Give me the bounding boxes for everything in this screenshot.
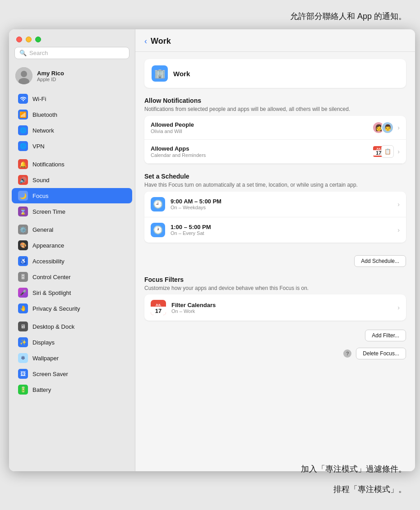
tooltip-bottom2-text: 排程「專注模式」。 bbox=[333, 485, 406, 494]
allowed-apps-sub: Calendar and Reminders bbox=[151, 152, 372, 158]
help-button[interactable]: ? bbox=[343, 349, 351, 358]
battery-icon: 🔋 bbox=[18, 385, 28, 395]
sidebar-item-wallpaper[interactable]: ❄ Wallpaper bbox=[12, 350, 132, 366]
allowed-apps-row[interactable]: Allowed Apps Calendar and Reminders JUL … bbox=[144, 140, 406, 164]
cal-month: JUL bbox=[151, 303, 166, 307]
sidebar-section-network: Wi-Fi 📶 Bluetooth 🌐 Network 🌐 VP bbox=[9, 91, 135, 154]
filter-calendars-row[interactable]: JUL 17 Filter Calendars On – Work › bbox=[144, 294, 406, 321]
app-icons: JUL 17 📋 bbox=[372, 145, 394, 158]
people-avatars: 👩 👨 bbox=[372, 121, 394, 134]
close-button[interactable] bbox=[16, 37, 22, 42]
sidebar-label-focus: Focus bbox=[32, 193, 48, 199]
sidebar-label-general: General bbox=[32, 226, 53, 233]
sidebar-item-network[interactable]: 🌐 Network bbox=[12, 123, 132, 138]
sidebar-item-wifi[interactable]: Wi-Fi bbox=[12, 91, 132, 106]
svg-point-1 bbox=[21, 71, 27, 77]
avatar bbox=[15, 67, 32, 84]
wallpaper-icon: ❄ bbox=[18, 353, 28, 363]
screentime-icon: ⌛ bbox=[18, 207, 28, 216]
focus-name-label: Work bbox=[173, 70, 190, 78]
sidebar-label-displays: Displays bbox=[32, 339, 55, 346]
tooltip-bottom-1: 加入「專注模式」過濾條件。 bbox=[240, 462, 411, 476]
filter-title: Filter Calendars bbox=[171, 302, 392, 308]
content-area: ‹ Work 🏢 Work Allow Notifications Notifi… bbox=[135, 29, 415, 471]
sidebar-item-bluetooth[interactable]: 📶 Bluetooth bbox=[12, 107, 132, 122]
sidebar-item-siri[interactable]: 🎤 Siri & Spotlight bbox=[12, 285, 132, 300]
sidebar-item-privacy[interactable]: 🤚 Privacy & Security bbox=[12, 301, 132, 316]
reminders-app-icon: 📋 bbox=[381, 145, 394, 158]
sidebar-label-desktopdock: Desktop & Dock bbox=[32, 323, 74, 330]
tooltip-bottom-2: 排程「專注模式」。 bbox=[240, 482, 411, 496]
sidebar-label-network: Network bbox=[32, 127, 54, 134]
network-icon: 🌐 bbox=[18, 125, 28, 135]
sidebar-item-sound[interactable]: 🔊 Sound bbox=[12, 172, 132, 188]
sidebar-item-control-center[interactable]: 🎛 Control Center bbox=[12, 269, 132, 285]
allowed-apps-info: Allowed Apps Calendar and Reminders bbox=[151, 145, 372, 158]
chevron-schedule-1: › bbox=[397, 201, 400, 208]
focus-filters-desc: Customize how your apps and device behav… bbox=[144, 285, 406, 292]
sidebar-item-screentime[interactable]: ⌛ Screen Time bbox=[12, 204, 132, 219]
vpn-icon: 🌐 bbox=[18, 141, 28, 151]
sidebar-item-accessibility[interactable]: ♿ Accessibility bbox=[12, 253, 132, 269]
back-button[interactable]: ‹ bbox=[144, 37, 147, 46]
cal-day: 17 bbox=[151, 307, 166, 315]
sidebar-item-vpn[interactable]: 🌐 VPN bbox=[12, 138, 132, 154]
allow-notifications-title: Allow Notifications bbox=[144, 97, 406, 104]
allowed-people-row[interactable]: Allowed People Olivia and Will 👩 👨 › bbox=[144, 116, 406, 140]
schedule-time-1: 9:00 AM – 5:00 PM bbox=[171, 198, 392, 205]
user-profile[interactable]: Amy Rico Apple ID bbox=[9, 64, 135, 88]
schedule-header: Set a Schedule Have this Focus turn on a… bbox=[144, 173, 406, 189]
add-filter-container: Add Filter... bbox=[144, 326, 406, 343]
main-window: 🔍 Search Amy Rico Apple ID bbox=[9, 29, 415, 471]
minimize-button[interactable] bbox=[26, 37, 32, 42]
sidebar-item-focus[interactable]: 🌙 Focus bbox=[12, 188, 132, 203]
sidebar-label-notifications: Notifications bbox=[32, 161, 65, 168]
delete-focus-button[interactable]: Delete Focus... bbox=[356, 348, 406, 359]
sidebar-item-screensaver[interactable]: 🖼 Screen Saver bbox=[12, 366, 132, 381]
focus-large-icon: 🏢 bbox=[152, 65, 168, 82]
content-body: 🏢 Work Allow Notifications Notifications… bbox=[135, 52, 415, 367]
search-bar[interactable]: 🔍 Search bbox=[14, 47, 129, 59]
page-title: Work bbox=[151, 37, 171, 46]
allowed-people-sub: Olivia and Will bbox=[151, 129, 372, 134]
sidebar-section-hardware: 🖥 Desktop & Dock ✨ Displays ❄ Wallpaper … bbox=[9, 318, 135, 398]
sidebar-item-displays[interactable]: ✨ Displays bbox=[12, 335, 132, 350]
fullscreen-button[interactable] bbox=[35, 37, 41, 42]
schedule-days-2: On – Every Sat bbox=[171, 230, 392, 236]
chevron-right-icon-2: › bbox=[397, 148, 400, 155]
privacy-icon: 🤚 bbox=[18, 303, 28, 313]
filter-info: Filter Calendars On – Work bbox=[171, 302, 392, 314]
accessibility-icon: ♿ bbox=[18, 256, 28, 266]
bottom-actions: ? Delete Focus... bbox=[144, 348, 406, 359]
sidebar-label-sound: Sound bbox=[32, 177, 50, 184]
wifi-icon bbox=[18, 94, 28, 104]
sidebar-label-appearance: Appearance bbox=[32, 242, 64, 249]
sidebar: 🔍 Search Amy Rico Apple ID bbox=[9, 29, 135, 471]
sidebar-item-general[interactable]: ⚙️ General bbox=[12, 222, 132, 237]
schedule-clock-icon-2: 🕐 bbox=[151, 223, 165, 237]
schedule-clock-icon-1: 🕘 bbox=[151, 197, 165, 211]
sidebar-label-bluetooth: Bluetooth bbox=[32, 111, 57, 118]
add-schedule-button[interactable]: Add Schedule... bbox=[354, 255, 406, 267]
sound-icon: 🔊 bbox=[18, 175, 28, 185]
desktop-dock-icon: 🖥 bbox=[18, 322, 28, 331]
schedule-row-1[interactable]: 🕘 9:00 AM – 5:00 PM On – Weekdays › bbox=[144, 192, 406, 217]
add-filter-button[interactable]: Add Filter... bbox=[365, 330, 406, 341]
sidebar-item-notifications[interactable]: 🔔 Notifications bbox=[12, 156, 132, 172]
schedule-row-2[interactable]: 🕐 1:00 – 5:00 PM On – Every Sat › bbox=[144, 217, 406, 243]
sidebar-section-preferences: ⚙️ General 🎨 Appearance ♿ Accessibility … bbox=[9, 221, 135, 317]
tooltip-top-text: 允許部分聯絡人和 App 的通知。 bbox=[290, 12, 406, 21]
bluetooth-icon: 📶 bbox=[18, 110, 28, 119]
focus-header-card: 🏢 Work bbox=[144, 59, 406, 88]
allowed-people-info: Allowed People Olivia and Will bbox=[151, 121, 372, 134]
user-info: Amy Rico Apple ID bbox=[37, 70, 64, 82]
user-apple-id: Apple ID bbox=[37, 77, 64, 82]
allowed-people-right: 👩 👨 › bbox=[372, 121, 400, 134]
sidebar-label-wallpaper: Wallpaper bbox=[32, 355, 59, 362]
sidebar-item-desktop-dock[interactable]: 🖥 Desktop & Dock bbox=[12, 319, 132, 334]
sidebar-label-screensaver: Screen Saver bbox=[32, 371, 68, 377]
sidebar-item-appearance[interactable]: 🎨 Appearance bbox=[12, 238, 132, 253]
sidebar-item-battery[interactable]: 🔋 Battery bbox=[12, 382, 132, 397]
traffic-lights bbox=[9, 29, 135, 47]
siri-icon: 🎤 bbox=[18, 288, 28, 298]
